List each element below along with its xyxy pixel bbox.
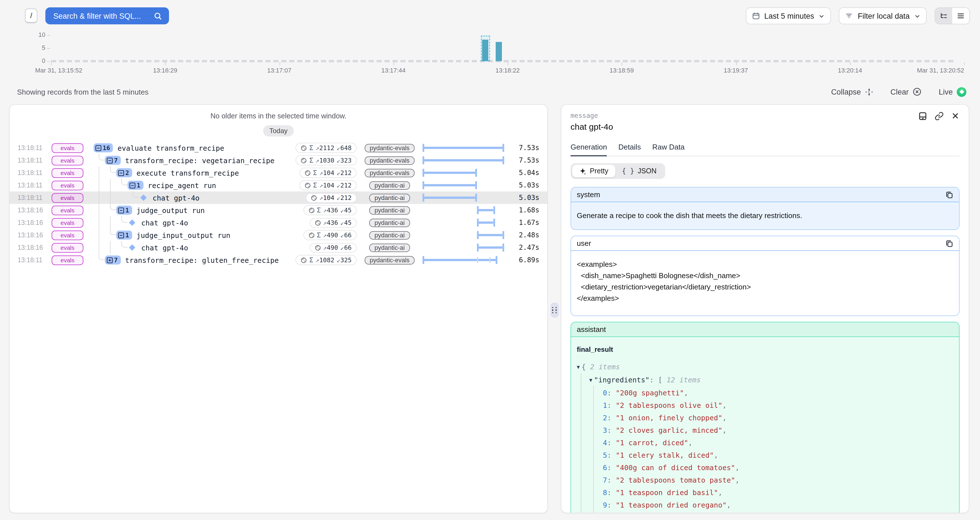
- filter-local-data-dropdown[interactable]: Filter local data: [839, 7, 927, 24]
- message-scroll-area[interactable]: system Generate a recipe to cook the dis…: [571, 181, 959, 513]
- sigma-icon: Σ: [309, 156, 313, 164]
- collapse-node-button[interactable]: 7: [105, 156, 121, 165]
- trace-row[interactable]: 13:18:11evals2execute transform_recipeΣ↗…: [10, 166, 547, 179]
- framework-badge: pydantic-evals: [365, 168, 415, 177]
- histogram-bar[interactable]: [496, 42, 502, 61]
- collapse-node-button[interactable]: 1: [127, 181, 143, 190]
- x-axis-tick-label: 13:18:59: [610, 67, 634, 74]
- x-axis-tick: 13:17:07: [279, 61, 304, 74]
- tokens-down: ↙66: [340, 231, 352, 239]
- open-in-explore-icon[interactable]: [918, 112, 927, 120]
- row-timestamp: 13:18:16: [18, 244, 46, 251]
- collapse-chevron-icon[interactable]: ▼: [589, 374, 592, 386]
- tokens-up: ↗436: [323, 206, 338, 214]
- trace-row[interactable]: 13:18:11evalschat gpt-4o↗104↙212pydantic…: [10, 192, 547, 204]
- tokens-down: ↙45: [340, 206, 352, 214]
- child-count: 1: [137, 182, 140, 189]
- copy-icon[interactable]: [945, 239, 953, 247]
- json-array-item: 5: "1 celery stalk, diced",: [577, 449, 953, 462]
- x-axis-tick: 13:18:22: [508, 61, 532, 74]
- time-range-label: Last 5 minutes: [764, 12, 814, 20]
- system-message-card: system Generate a recipe to cook the dis…: [571, 187, 959, 230]
- trace-row[interactable]: 13:18:11evals1recipe_agent runΣ↗104↙212p…: [10, 179, 547, 192]
- collapse-node-button[interactable]: 2: [116, 168, 132, 177]
- collapse-node-button[interactable]: 1: [116, 206, 132, 215]
- time-range-dropdown[interactable]: Last 5 minutes: [746, 7, 831, 24]
- live-toggle[interactable]: Live: [939, 87, 966, 97]
- span-name-label: recipe_agent run: [148, 181, 216, 189]
- duration-gantt-bar: [477, 219, 495, 227]
- trace-row[interactable]: 13:18:16evals1judge_input_output runΣ↗49…: [10, 229, 547, 241]
- tab-generation[interactable]: Generation: [571, 143, 607, 156]
- assistant-role-label: assistant: [577, 325, 606, 334]
- json-array-item: 7: "2 tablespoons tomato paste",: [577, 474, 953, 487]
- trace-row[interactable]: 13:18:11evals16evaluate transform_recipe…: [10, 142, 547, 154]
- splitter-drag-handle[interactable]: [550, 303, 558, 318]
- final-result-json-viewer[interactable]: ▼{ 2 items▼"ingredients": [ 12 items0: "…: [577, 361, 953, 513]
- tree-elbow-connector: [110, 228, 116, 235]
- day-separator-pill[interactable]: Today: [263, 125, 294, 136]
- tree-elbow-connector: [99, 253, 105, 260]
- list-view-toggle[interactable]: [952, 8, 969, 24]
- tree-node: 1judge_input_output run: [94, 229, 303, 241]
- token-metrics-pill: Σ↗1030↙323: [296, 155, 357, 165]
- trace-row[interactable]: 13:18:16evals1judge_output runΣ↗436↙45py…: [10, 204, 547, 216]
- collapse-node-button[interactable]: 16: [94, 143, 113, 152]
- duration-gantt-bar: [423, 156, 504, 164]
- tree-elbow-connector: [121, 241, 127, 247]
- tab-details[interactable]: Details: [619, 143, 641, 156]
- tree-node: 16evaluate transform_recipe: [94, 142, 296, 154]
- tab-raw-data[interactable]: Raw Data: [652, 143, 684, 156]
- trace-row[interactable]: 13:18:11evals7transform_recipe: vegetari…: [10, 154, 547, 166]
- tokens-up: ↗104: [319, 182, 334, 189]
- clear-button[interactable]: Clear: [890, 87, 922, 96]
- collapse-button[interactable]: Collapse: [831, 87, 873, 96]
- sparkle-icon: [579, 167, 586, 175]
- row-timestamp: 13:18:16: [18, 231, 46, 238]
- tree-view-toggle[interactable]: [935, 8, 952, 24]
- evals-tag-badge: evals: [52, 155, 83, 165]
- expand-node-button[interactable]: 7: [105, 255, 121, 265]
- duration-gantt-bar: [423, 181, 477, 189]
- row-timestamp: 13:18:11: [18, 144, 46, 151]
- search-button[interactable]: Search & filter with SQL...: [45, 7, 169, 24]
- token-coin-icon: [308, 207, 315, 213]
- trace-row[interactable]: 13:18:11evals7transform_recipe: gluten_f…: [10, 254, 547, 266]
- token-metrics-pill: ↗104↙212: [306, 193, 357, 203]
- pretty-mode-button[interactable]: Pretty: [572, 165, 615, 177]
- close-panel-icon[interactable]: [951, 112, 959, 120]
- copy-icon[interactable]: [945, 190, 953, 198]
- tree-guide-line: [99, 241, 99, 254]
- tokens-up: ↗436: [323, 219, 338, 226]
- evals-tag-badge: evals: [52, 205, 83, 215]
- record-title: chat gpt-4o: [571, 122, 959, 132]
- collapse-chevron-icon[interactable]: ▼: [577, 361, 580, 373]
- copy-link-icon[interactable]: [935, 112, 944, 120]
- evals-tag-badge: evals: [52, 143, 83, 153]
- tokens-up: ↗490: [323, 244, 338, 251]
- final-result-label: final_result: [577, 344, 953, 355]
- trace-row[interactable]: 13:18:16evalschat gpt-4o↗436↙45pydantic-…: [10, 216, 547, 229]
- detail-panel: message chat gpt-4o GenerationDetailsRaw…: [561, 104, 969, 513]
- leaf-node-icon: [129, 219, 135, 226]
- collapse-node-button[interactable]: 1: [116, 231, 132, 239]
- plus-square-icon: [107, 257, 113, 263]
- token-coin-icon: [315, 244, 321, 250]
- y-axis-tick: [47, 48, 50, 49]
- json-mode-button[interactable]: { } JSON: [615, 165, 663, 177]
- histogram-plot[interactable]: 0510 Mar 31, 13:15:5213:16:2913:17:0713:…: [51, 35, 964, 61]
- list-view-icon: [957, 12, 965, 20]
- tree-node: 7transform_recipe: gluten_free_recipe: [94, 254, 296, 266]
- trace-row[interactable]: 13:18:16evalschat gpt-4o↗490↙66pydantic-…: [10, 241, 547, 254]
- json-array-item: 3: "2 cloves garlic, minced",: [577, 424, 953, 437]
- tree-guide-line: [110, 241, 111, 254]
- child-count: 1: [125, 231, 129, 239]
- token-metrics-pill: Σ↗104↙212: [299, 180, 357, 190]
- tree-elbow-connector: [110, 166, 116, 173]
- tree-node: chat gpt-4o: [94, 192, 306, 204]
- x-axis-tick: 13:17:44: [394, 61, 418, 74]
- duration-gantt-bar: [423, 256, 498, 264]
- json-array-item: 4: "1 carrot, diced",: [577, 437, 953, 449]
- json-array-item: 6: "400g can of diced tomatoes",: [577, 462, 953, 474]
- x-axis-tick-label: 13:17:07: [267, 67, 291, 74]
